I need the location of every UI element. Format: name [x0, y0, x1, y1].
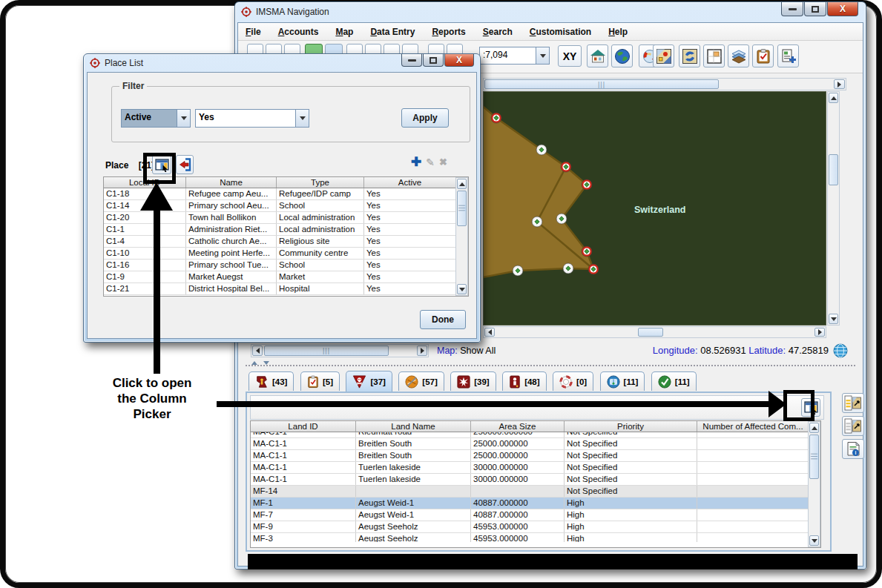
table-cell[interactable]: MA-C1-1 — [251, 450, 356, 461]
scroll-up-button[interactable] — [457, 179, 467, 189]
table-cell[interactable] — [697, 438, 809, 449]
dialog-close-button[interactable]: X — [444, 54, 474, 67]
tab-mre[interactable]: [11] — [600, 371, 645, 391]
table-cell[interactable]: 25000.000000 — [471, 450, 565, 461]
table-cell[interactable]: MA-C1-1 — [251, 438, 356, 449]
table-row[interactable]: MA-C1-1Breitlen South25000.000000Not Spe… — [251, 438, 820, 450]
table-cell[interactable]: Market — [277, 271, 364, 283]
tab-quality[interactable]: [11] — [651, 371, 697, 391]
table-cell[interactable]: Tuerlen lakeside — [356, 474, 471, 485]
table-cell[interactable] — [697, 486, 809, 497]
table-cell[interactable]: Meeting point Herfe... — [186, 248, 277, 259]
table-cell[interactable]: 40887.000000 — [471, 498, 565, 509]
table-row[interactable]: MA-C1-1Tuerlen lakeside30000.000000Not S… — [251, 462, 820, 474]
table-cell[interactable]: Local administration — [277, 212, 364, 223]
column-header[interactable]: Land ID — [251, 421, 356, 432]
table-cell[interactable]: Yes — [364, 248, 456, 259]
dialog-maximize-button[interactable] — [423, 54, 444, 67]
menu-help[interactable]: Help — [608, 27, 628, 37]
map-v-scrollbar-thumb[interactable] — [829, 154, 838, 185]
column-header[interactable]: Active — [364, 177, 456, 188]
filter-value-combo[interactable]: Yes — [195, 109, 309, 128]
table-cell[interactable]: School — [277, 260, 364, 271]
table-cell[interactable] — [356, 486, 471, 497]
view-on-map-button[interactable] — [842, 393, 864, 413]
table-cell[interactable] — [697, 498, 809, 509]
table-cell[interactable]: High — [565, 533, 697, 542]
table-cell[interactable]: Yes — [364, 200, 456, 211]
map-viewport[interactable]: Switzerland — [483, 91, 826, 326]
table-cell[interactable]: MF-9 — [251, 521, 356, 532]
table-cell[interactable]: Administration Riet... — [186, 224, 277, 235]
map-h-scrollbar-thumb[interactable] — [638, 328, 663, 337]
scroll-left-button[interactable] — [484, 328, 495, 337]
scroll-right-button[interactable] — [814, 328, 825, 337]
column-header[interactable]: Area Size — [471, 421, 565, 432]
table-cell[interactable]: Not Specified — [565, 450, 697, 461]
table-cell[interactable]: High — [565, 521, 697, 532]
table-cell[interactable]: C1-10 — [104, 248, 186, 259]
table-cell[interactable]: Yes — [364, 236, 456, 247]
map-layers-button[interactable] — [653, 44, 674, 67]
table-cell[interactable]: Not Specified — [565, 474, 697, 485]
table-cell[interactable]: District Hospital Bel... — [186, 283, 277, 294]
map-top-scrollbar[interactable]: ||| — [483, 78, 846, 90]
table-cell[interactable]: Town hall Bollikon — [186, 212, 277, 223]
table-cell[interactable]: Aeugst Seeholz — [356, 521, 471, 532]
tab-hazard-reduction[interactable]: [57] — [398, 371, 444, 391]
filter-field-combo[interactable]: Active — [121, 109, 191, 128]
table-row[interactable]: MF-1Aeugst Weid-140887.000000High — [251, 498, 820, 509]
item-details-button[interactable]: i — [842, 439, 864, 459]
table-cell[interactable] — [697, 450, 809, 461]
table-cell[interactable]: MA-C1-1 — [251, 462, 356, 473]
table-cell[interactable]: C1-21 — [104, 283, 186, 294]
table-cell[interactable] — [697, 462, 809, 473]
main-title-bar[interactable]: IMSMA Navigation — [235, 2, 866, 22]
new-report-button[interactable] — [777, 44, 799, 67]
table-cell[interactable]: Not Specified — [565, 438, 697, 449]
tab-explosive-ordnance[interactable]: [39] — [450, 371, 496, 391]
menu-accounts[interactable]: Accounts — [278, 27, 319, 37]
panel-splitter[interactable] — [246, 365, 855, 366]
column-header[interactable]: Name — [186, 177, 277, 188]
table-cell[interactable]: Not Specified — [565, 462, 697, 473]
map-scale-combo[interactable]: :7,094 — [479, 47, 550, 65]
done-button[interactable]: Done — [420, 310, 466, 329]
table-cell[interactable]: Yes — [364, 271, 456, 283]
layer-stack-button[interactable] — [728, 44, 749, 67]
table-cell[interactable]: Catholic church Ae... — [186, 236, 277, 247]
table-cell[interactable]: Yes — [364, 224, 456, 235]
table-cell[interactable]: C1-16 — [104, 260, 186, 271]
table-row[interactable]: MF-14Not Specified — [251, 486, 820, 498]
table-cell[interactable]: 30000.000000 — [471, 462, 565, 473]
table-row[interactable]: MA-C1-1Riedmatt road250000.000000Not Spe… — [251, 432, 820, 438]
place-table-scrollbar[interactable]: ||| — [455, 177, 468, 296]
table-cell[interactable]: Hospital — [277, 283, 364, 294]
table-cell[interactable]: MA-C1-1 — [251, 474, 356, 485]
table-row[interactable]: MF-7Aeugst Weid-140887.000000High — [251, 509, 820, 521]
tree-scrollbar-thumb[interactable]: ||| — [264, 346, 389, 356]
maximize-button[interactable] — [804, 2, 826, 16]
tab-impact[interactable]: [43] — [249, 371, 294, 391]
scroll-left-button[interactable] — [252, 346, 263, 356]
table-cell[interactable]: MF-7 — [251, 509, 356, 521]
table-cell[interactable] — [471, 486, 565, 497]
map-scale-dropdown-button[interactable] — [536, 47, 549, 64]
table-cell[interactable]: C1-9 — [104, 271, 186, 283]
dialog-minimize-button[interactable] — [401, 54, 422, 67]
table-cell[interactable]: 25000.000000 — [471, 438, 565, 449]
scroll-down-button[interactable] — [829, 314, 838, 324]
menu-map[interactable]: Map — [335, 27, 353, 37]
table-cell[interactable]: Refugee/IDP camp — [277, 188, 364, 199]
menu-search[interactable]: Search — [483, 27, 513, 37]
table-cell[interactable]: MF-14 — [251, 486, 356, 497]
table-cell[interactable]: MA-C1-1 — [251, 432, 356, 437]
projection-globe-icon[interactable] — [833, 343, 848, 358]
minimize-button[interactable] — [781, 2, 803, 16]
table-cell[interactable]: Breitlen South — [356, 438, 471, 449]
delete-place-button[interactable]: ✖ — [439, 156, 447, 168]
tab-hazard[interactable]: [37] — [346, 371, 392, 392]
table-cell[interactable]: High — [565, 498, 697, 509]
table-cell[interactable]: Yes — [364, 283, 456, 294]
land-table-scrollbar-thumb[interactable]: ||| — [809, 435, 819, 479]
